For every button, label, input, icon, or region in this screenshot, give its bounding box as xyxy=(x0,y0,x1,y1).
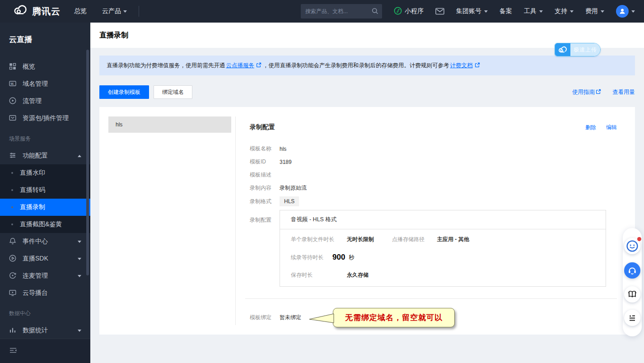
sidebar-item-streams[interactable]: 流管理 xyxy=(0,93,90,110)
bar-chart-icon xyxy=(9,326,16,335)
sidebar-item-feature-config[interactable]: 功能配置 xyxy=(0,147,90,164)
nav-support[interactable]: 支持 xyxy=(555,7,574,15)
field-template-id: 模板ID 3189 xyxy=(250,155,617,168)
field-template-binding: 模板绑定 暂未绑定 无需绑定域名，留空就可以 xyxy=(250,308,617,327)
create-template-button[interactable]: 创建录制模板 xyxy=(99,85,149,99)
sidebar-item-caster[interactable]: 云导播台 xyxy=(0,284,90,302)
sidebar-item-event-center[interactable]: 事件中心 xyxy=(0,233,90,250)
main-content: 直播录制 极速上传 直播录制功能为付费增值服务，使用前需先开通云点播服务，使用直… xyxy=(90,23,644,363)
dashboard-icon xyxy=(9,63,16,71)
tencent-cloud-logo[interactable]: 腾讯云 xyxy=(0,5,74,18)
search-box xyxy=(301,4,382,19)
vertical-divider xyxy=(235,116,236,325)
search-input[interactable] xyxy=(301,4,382,19)
sidebar-subitem-watermark[interactable]: 直播水印 xyxy=(0,164,90,182)
chevron-down-icon xyxy=(539,10,543,14)
sliders-icon xyxy=(9,152,16,160)
nav-products[interactable]: 云产品 xyxy=(102,7,127,15)
template-card: hls 录制配置 删除 编辑 模板名称 hls 模板ID 3189 模板描述 xyxy=(99,107,635,335)
usage-guide-link[interactable]: 使用指南 xyxy=(572,88,602,96)
chevron-down-icon xyxy=(78,275,81,279)
sidebar-item-statistics[interactable]: 数据统计 xyxy=(0,322,90,339)
caster-monitor-icon xyxy=(9,289,16,298)
feedback-smiley-button[interactable] xyxy=(624,238,640,254)
format-tag: HLS xyxy=(280,196,299,206)
package-icon xyxy=(9,114,16,123)
nav-billing[interactable]: 费用 xyxy=(585,7,604,15)
quick-upload-widget[interactable]: 极速上传 xyxy=(555,43,601,56)
docs-book-button[interactable] xyxy=(624,286,640,302)
callout-text: 无需绑定域名，留空就可以 xyxy=(345,313,443,322)
cloud-logo-icon xyxy=(13,5,28,18)
edit-template-link[interactable]: 编辑 xyxy=(606,124,617,131)
template-detail: 录制配置 删除 编辑 模板名称 hls 模板ID 3189 模板描述 录制内容 xyxy=(250,123,617,327)
page-title: 直播录制 xyxy=(99,31,128,40)
field-record-config: 录制配置 音视频 - HLS 格式 单个录制文件时长 无时长限制 点播存储路径 … xyxy=(250,210,617,287)
external-link-icon[interactable] xyxy=(256,62,261,69)
delete-template-link[interactable]: 删除 xyxy=(585,124,596,131)
callout-arrow xyxy=(309,313,334,326)
section-divider xyxy=(245,298,617,299)
config-row-retention: 保存时长 永久存储 xyxy=(291,271,595,279)
detail-heading: 录制配置 xyxy=(250,123,275,131)
record-config-box: 音视频 - HLS 格式 单个录制文件时长 无时长限制 点播存储路径 主应用 -… xyxy=(280,210,606,287)
miniprogram-icon xyxy=(394,7,402,16)
view-usage-link[interactable]: 查看用量 xyxy=(612,88,635,96)
bell-icon xyxy=(9,237,16,246)
support-headset-button[interactable] xyxy=(624,262,640,279)
banner-text: ，使用直播录制功能会产生录制费用和录制后的存储费用。计费规则可参考 xyxy=(263,62,449,70)
sidebar-item-live-sdk[interactable]: 直播SDK xyxy=(0,250,90,267)
chevron-down-icon xyxy=(78,241,81,245)
vod-service-link[interactable]: 云点播服务 xyxy=(226,62,255,70)
sidebar-footer xyxy=(0,339,90,363)
sidebar-item-resource-packages[interactable]: 资源包/插件管理 xyxy=(0,110,90,127)
sidebar-subitem-recording[interactable]: 直播录制 xyxy=(0,199,90,216)
sidebar-title: 云直播 xyxy=(0,23,90,58)
external-link-icon[interactable] xyxy=(475,62,480,69)
billing-notice-banner: 直播录制功能为付费增值服务，使用前需先开通云点播服务，使用直播录制功能会产生录制… xyxy=(99,56,635,75)
chevron-down-icon xyxy=(123,10,127,14)
billing-doc-link[interactable]: 计费文档 xyxy=(450,62,473,70)
topbar: 腾讯云 总览 云产品 小程序 xyxy=(0,0,644,23)
field-template-name: 模板名称 hls xyxy=(250,142,617,155)
mail-icon[interactable] xyxy=(435,8,444,15)
chevron-down-icon xyxy=(601,10,604,14)
annotation-callout: 无需绑定域名，留空就可以 xyxy=(333,308,455,327)
top-nav: 总览 云产品 xyxy=(74,7,127,15)
topbar-right: 小程序 集团账号 备案 工具 支持 费用 xyxy=(394,5,644,18)
nav-overview[interactable]: 总览 xyxy=(74,7,87,15)
nav-group-account[interactable]: 集团账号 xyxy=(456,7,488,15)
action-toolbar: 创建录制模板 绑定域名 使用指南 查看用量 xyxy=(99,85,635,99)
sidebar-item-overview[interactable]: 概览 xyxy=(0,58,90,75)
miniprogram-entry[interactable]: 小程序 xyxy=(394,7,424,16)
resume-wait-value: 900 xyxy=(332,253,345,262)
nav-icp[interactable]: 备案 xyxy=(499,7,512,15)
divider xyxy=(139,6,139,17)
config-row-duration-path: 单个录制文件时长 无时长限制 点播存储路径 主应用 - 其他 xyxy=(291,236,595,243)
stream-play-icon xyxy=(9,97,16,106)
collapse-sidebar-icon[interactable] xyxy=(9,347,17,356)
domain-icon: W. xyxy=(9,80,16,88)
sidebar-section-scenario: 场景服务 xyxy=(0,127,90,147)
search-icon[interactable] xyxy=(372,8,378,16)
sidebar-item-link-mic[interactable]: 连麦管理 xyxy=(0,267,90,284)
survey-list-button[interactable] xyxy=(624,310,640,326)
bind-domain-button[interactable]: 绑定域名 xyxy=(154,85,192,99)
sidebar-subitem-transcode[interactable]: 直播转码 xyxy=(0,182,90,199)
config-row-resume-wait: 续录等待时长 900 秒 xyxy=(291,253,595,262)
template-list-item[interactable]: hls xyxy=(108,116,231,133)
link-mic-icon xyxy=(9,272,16,280)
sidebar: 云直播 概览 W. 域名管理 xyxy=(0,23,90,363)
nav-tools[interactable]: 工具 xyxy=(524,7,543,15)
sidebar-subitem-screenshot[interactable]: 直播截图&鉴黄 xyxy=(0,216,90,233)
config-box-header: 音视频 - HLS 格式 xyxy=(280,210,606,229)
sidebar-scrollbar[interactable] xyxy=(86,50,89,275)
account-menu[interactable] xyxy=(616,5,635,18)
chevron-down-icon xyxy=(78,258,81,262)
chevron-down-icon xyxy=(631,10,635,14)
quick-upload-label: 极速上传 xyxy=(570,43,600,56)
sdk-play-icon xyxy=(9,255,16,263)
chevron-up-icon xyxy=(78,153,81,157)
chevron-down-icon xyxy=(484,10,488,14)
sidebar-item-domain[interactable]: W. 域名管理 xyxy=(0,75,90,93)
